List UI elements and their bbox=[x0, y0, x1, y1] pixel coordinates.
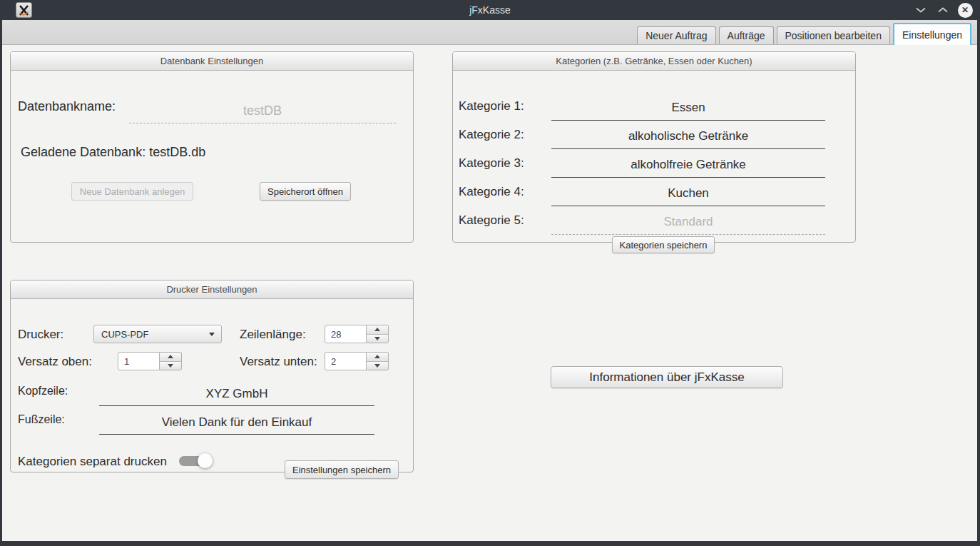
database-panel-title: Datenbank Einstellungen bbox=[11, 52, 413, 71]
spinner-up-button[interactable] bbox=[160, 353, 181, 362]
printer-settings-panel: Drucker Einstellungen Drucker: CUPS-PDF … bbox=[10, 280, 414, 472]
printer-label: Drucker: bbox=[18, 328, 63, 342]
application-window: jFxKasse ✕ Neuer Auftrag Aufträge Positi… bbox=[0, 0, 980, 546]
categories-panel: Kategorien (z.B. Getränke, Essen oder Ku… bbox=[452, 51, 856, 243]
printer-combobox[interactable]: CUPS-PDF bbox=[93, 325, 222, 343]
close-button[interactable]: ✕ bbox=[957, 2, 973, 18]
tab-label: Einstellungen bbox=[902, 29, 962, 41]
minimize-chevron-down-icon[interactable] bbox=[913, 2, 929, 18]
window-controls: ✕ bbox=[913, 0, 973, 20]
category-3-label: Kategorie 3: bbox=[459, 156, 524, 171]
receipt-header-input[interactable] bbox=[99, 382, 374, 406]
category-5-label: Kategorie 5: bbox=[459, 213, 524, 228]
toggle-knob bbox=[198, 453, 213, 468]
category-1-label: Kategorie 1: bbox=[459, 99, 524, 113]
tab-auftraege[interactable]: Aufträge bbox=[719, 26, 774, 44]
window-title: jFxKasse bbox=[0, 4, 980, 16]
offset-top-input[interactable] bbox=[118, 352, 160, 370]
tab-neuer-auftrag[interactable]: Neuer Auftrag bbox=[637, 26, 715, 44]
offset-bottom-label: Versatz unten: bbox=[240, 355, 317, 369]
receipt-header-label: Kopfzeile: bbox=[18, 385, 68, 398]
database-name-input[interactable] bbox=[129, 99, 396, 123]
offset-bottom-spinner bbox=[325, 352, 389, 370]
open-location-button[interactable]: Speicherort öffnen bbox=[260, 182, 351, 201]
category-4-label: Kategorie 4: bbox=[459, 185, 524, 199]
triangle-up-icon bbox=[374, 355, 380, 358]
spinner-buttons bbox=[160, 352, 182, 370]
line-length-label: Zeilenlänge: bbox=[240, 328, 306, 342]
receipt-footer-input[interactable] bbox=[99, 410, 374, 435]
line-length-spinner bbox=[325, 325, 389, 343]
triangle-up-icon bbox=[374, 328, 380, 331]
tab-label: Neuer Auftrag bbox=[645, 30, 707, 41]
category-2-label: Kategorie 2: bbox=[459, 128, 524, 142]
offset-top-label: Versatz oben: bbox=[18, 355, 92, 369]
spinner-buttons bbox=[367, 325, 389, 343]
tab-bar: Neuer Auftrag Aufträge Positionen bearbe… bbox=[2, 20, 977, 45]
category-2-input[interactable] bbox=[551, 123, 825, 149]
save-settings-button[interactable]: Einstellungen speichern bbox=[285, 460, 399, 479]
categories-panel-title: Kategorien (z.B. Getränke, Essen oder Ku… bbox=[453, 52, 855, 71]
close-x-icon: ✕ bbox=[958, 3, 973, 18]
tab-label: Aufträge bbox=[728, 30, 765, 41]
database-panel-body: Datenbankname: Geladene Datenbank: testD… bbox=[11, 71, 413, 242]
maximize-chevron-up-icon[interactable] bbox=[935, 2, 951, 18]
triangle-down-icon bbox=[168, 364, 173, 368]
offset-bottom-input[interactable] bbox=[325, 352, 367, 370]
tab-label: Positionen bearbeiten bbox=[785, 30, 882, 41]
settings-page: Datenbank Einstellungen Datenbankname: G… bbox=[2, 45, 977, 541]
app-logo-icon bbox=[16, 2, 32, 18]
line-length-input[interactable] bbox=[325, 325, 367, 343]
spinner-down-button[interactable] bbox=[160, 362, 181, 370]
triangle-down-icon bbox=[374, 364, 380, 368]
offset-top-spinner bbox=[118, 352, 182, 370]
category-5-input[interactable] bbox=[551, 209, 825, 235]
spinner-buttons bbox=[367, 352, 389, 370]
database-settings-panel: Datenbank Einstellungen Datenbankname: G… bbox=[10, 51, 414, 243]
save-categories-button[interactable]: Kategorien speichern bbox=[612, 236, 715, 253]
printer-panel-body: Drucker: CUPS-PDF Zeilenlänge: Versatz o… bbox=[11, 299, 413, 472]
category-1-input[interactable] bbox=[551, 95, 825, 121]
printer-combobox-value: CUPS-PDF bbox=[101, 329, 148, 340]
printer-panel-title: Drucker Einstellungen bbox=[11, 280, 413, 299]
separate-print-label: Kategorien separat drucken bbox=[18, 455, 167, 469]
combo-arrow-down-icon bbox=[209, 333, 215, 336]
category-4-input[interactable] bbox=[551, 181, 825, 206]
tab-einstellungen[interactable]: Einstellungen bbox=[893, 23, 971, 45]
triangle-up-icon bbox=[168, 355, 173, 358]
loaded-database-label: Geladene Datenbank: testDB.db bbox=[21, 145, 205, 160]
spinner-up-button[interactable] bbox=[367, 325, 388, 335]
separate-print-toggle[interactable] bbox=[179, 453, 213, 469]
spinner-down-button[interactable] bbox=[367, 362, 388, 370]
spinner-up-button[interactable] bbox=[367, 353, 388, 362]
category-3-input[interactable] bbox=[551, 152, 825, 178]
new-database-button[interactable]: Neue Datenbank anlegen bbox=[71, 182, 193, 201]
receipt-footer-label: Fußzeile: bbox=[18, 413, 65, 426]
categories-panel-body: Kategorie 1: Kategorie 2: Kategorie 3: K… bbox=[453, 71, 855, 242]
tab-positionen-bearbeiten[interactable]: Positionen bearbeiten bbox=[777, 26, 890, 44]
info-about-button[interactable]: Informationen über jFxKasse bbox=[551, 366, 783, 388]
spinner-down-button[interactable] bbox=[367, 335, 388, 343]
title-bar: jFxKasse ✕ bbox=[0, 0, 980, 20]
database-name-label: Datenbankname: bbox=[18, 99, 116, 114]
triangle-down-icon bbox=[374, 337, 380, 340]
